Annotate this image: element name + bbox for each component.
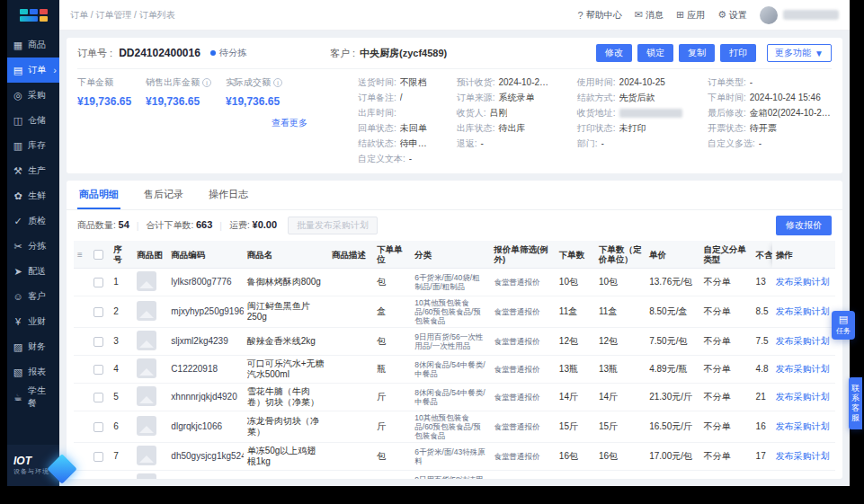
name-cell: 可口可乐汽水+无糖汽水500ml xyxy=(244,356,328,384)
topbar-action-apps[interactable]: ⊞应用 xyxy=(676,9,705,22)
detail-label: 自定义多选: xyxy=(708,137,755,150)
sidebar-item-inventory[interactable]: ▥库存 xyxy=(7,133,59,158)
name-cell: 鲁御林烤酥肉800g xyxy=(244,269,328,296)
sidebar-item-report[interactable]: ▧报表 xyxy=(7,359,59,385)
sidebar-item-delivery[interactable]: ➤配送 xyxy=(7,259,59,284)
sidebar-item-orders[interactable]: ▤订单› xyxy=(7,57,59,83)
sidebar-item-quality[interactable]: ✓质检 xyxy=(7,208,59,234)
publish-purchase-plan-link[interactable]: 发布采购计划 xyxy=(776,451,830,461)
production-icon: ⚒ xyxy=(13,165,23,177)
row-checkbox[interactable] xyxy=(94,278,103,287)
sidebar-item-label: 库存 xyxy=(28,139,46,152)
detail-label: 部门: xyxy=(577,137,598,150)
desc-cell xyxy=(328,443,373,471)
detail-row: 下单时间:2024-10-24 15:46 xyxy=(708,92,832,104)
tab-detail[interactable]: 商品明细 xyxy=(77,181,120,209)
topbar-action-message[interactable]: ✉消息 xyxy=(635,9,664,22)
sidebar-item-production[interactable]: ⚒生产 xyxy=(7,158,59,183)
help-icon: ? xyxy=(578,10,583,21)
app-window: ▦商品▤订单›◎采购◫仓储▥库存⚒生产✿生鲜✓质检✂分拣➤配送☺客户¥业财▨财务… xyxy=(7,0,850,486)
edit-button[interactable]: 修改 xyxy=(596,44,632,62)
unit-cell: 盒 xyxy=(373,296,411,328)
sidebar-item-label: 配送 xyxy=(28,265,46,278)
sidebar-item-student-meal[interactable]: ☕学生餐 xyxy=(7,385,59,410)
qty-cell: 17斤 xyxy=(556,471,595,480)
detail-label: 结款状态: xyxy=(358,137,396,150)
table-row: 6dlgrqkjc1066冻龙骨肉切块（净菜）斤10其他预包装食品/60预包装食… xyxy=(74,411,835,443)
batch-publish-button[interactable]: 批量发布采购计划 xyxy=(288,217,378,234)
topbar-action-help[interactable]: ?帮助中心 xyxy=(578,9,622,22)
app-logo[interactable] xyxy=(7,0,59,31)
row-checkbox[interactable] xyxy=(94,307,103,317)
purchase-icon: ◎ xyxy=(13,90,23,102)
publish-purchase-plan-link[interactable]: 发布采购计划 xyxy=(776,421,830,431)
publish-purchase-plan-link[interactable]: 发布采购计划 xyxy=(776,277,830,287)
sidebar-item-purchase[interactable]: ◎采购 xyxy=(7,83,59,108)
quote-filter-cell: 食堂普通报价 xyxy=(491,411,556,443)
sidebar-item-label: 业财 xyxy=(28,315,46,328)
code-cell: jxsbsng8189 xyxy=(167,471,243,480)
publish-purchase-plan-link[interactable]: 发布采购计划 xyxy=(776,392,830,402)
detail-label: 最后修改: xyxy=(708,107,746,119)
publish-purchase-plan-link[interactable]: 发布采购计划 xyxy=(776,306,830,316)
stat-label: 销售出库金额i xyxy=(146,76,211,89)
detail-row: 订单备注:/ xyxy=(358,92,432,104)
sidebar-item-label: 仓储 xyxy=(28,114,46,127)
detail-value: - xyxy=(480,137,483,150)
detail-label: 回单状态: xyxy=(358,122,396,135)
row-drag-cell xyxy=(74,269,90,296)
publish-purchase-plan-link[interactable]: 发布采购计划 xyxy=(776,336,830,346)
code-cell: dh50gysjcg1kg5249 xyxy=(167,443,243,471)
tab-aftersale[interactable]: 售后记录 xyxy=(142,181,185,209)
sidebar-item-goods[interactable]: ▦商品 xyxy=(7,32,59,57)
publish-purchase-plan-link[interactable]: 发布采购计划 xyxy=(776,364,830,374)
more-actions-button[interactable]: 更多功能 ▼ xyxy=(767,44,832,62)
row-checkbox[interactable] xyxy=(94,393,103,402)
copy-button[interactable]: 复制 xyxy=(679,44,715,62)
sidebar-item-business[interactable]: ¥业财 xyxy=(7,309,59,334)
main-area: 订单 / 订单管理 / 订单列表 ?帮助中心✉消息⊞应用⚙设置 订单号 : DD… xyxy=(59,0,850,486)
row-index-cell: 2 xyxy=(110,296,133,328)
detail-label: 打印状态: xyxy=(577,122,616,135)
tab-log[interactable]: 操作日志 xyxy=(207,181,250,209)
table-row: 5xhnnnrjqkjd4920雪花牛腩（牛肉卷）切块（净菜）斤8休闲食品/54… xyxy=(74,384,835,411)
sidebar-item-customer[interactable]: ☺客户 xyxy=(7,284,59,309)
detail-value: 2024-10-25 00:00 xyxy=(498,76,551,89)
see-more-link[interactable]: 查看更多 xyxy=(272,117,307,129)
detail-row: 使用时间:2024-10-25 xyxy=(577,76,682,89)
split-type-cell: 不分单 xyxy=(699,471,752,480)
sidebar-item-label: 采购 xyxy=(28,89,46,102)
row-checkbox-cell xyxy=(90,384,110,411)
sidebar-item-fresh[interactable]: ✿生鲜 xyxy=(7,183,59,208)
contact-service-tab[interactable]: 联系客服 xyxy=(849,377,862,429)
customer-name: 中央厨房(zycf4589) xyxy=(360,47,447,60)
order-stats: 下单金额¥19,736.65销售出库金额i¥19,736.65实际成交额i¥19… xyxy=(77,76,334,108)
sidebar-item-warehouse[interactable]: ◫仓储 xyxy=(7,108,59,133)
stat-label: 实际成交额i xyxy=(226,76,282,89)
order-header: 订单号 : DD24102400016 待分拣 客户 : 中央厨房(zycf45… xyxy=(77,44,832,69)
user-menu[interactable] xyxy=(760,6,839,24)
select-all-checkbox[interactable] xyxy=(94,250,103,260)
modify-price-button[interactable]: 修改报价 xyxy=(776,216,832,235)
column-settings-icon[interactable]: ≡ xyxy=(74,241,90,269)
detail-row: 送货时间:不限档 xyxy=(358,76,432,89)
row-checkbox[interactable] xyxy=(94,422,103,432)
row-checkbox-cell xyxy=(90,328,110,356)
lock-button[interactable]: 锁定 xyxy=(637,44,673,62)
row-checkbox[interactable] xyxy=(94,452,103,462)
desc-cell xyxy=(328,384,373,411)
sidebar-item-finance[interactable]: ▨财务 xyxy=(7,334,59,359)
row-checkbox[interactable] xyxy=(94,337,103,347)
task-fab-button[interactable]: ▤ 任务 xyxy=(832,311,855,340)
sidebar-item-sorting[interactable]: ✂分拣 xyxy=(7,234,59,259)
detail-row: 退返:- xyxy=(457,137,552,150)
topbar-action-settings[interactable]: ⚙设置 xyxy=(717,9,747,22)
detail-label: 结款方式: xyxy=(577,92,616,104)
fresh-icon: ✿ xyxy=(13,190,23,202)
print-button[interactable]: 打印 xyxy=(720,44,756,62)
desc-cell xyxy=(328,269,373,296)
row-checkbox[interactable] xyxy=(94,365,103,375)
orders-icon: ▤ xyxy=(13,65,23,76)
column-header: 商品描述 xyxy=(328,241,373,269)
order-detail-panel: 商品明细售后记录操作日志 商品数量: 54|合计下单数: 663|运费: ¥0.… xyxy=(67,181,842,479)
